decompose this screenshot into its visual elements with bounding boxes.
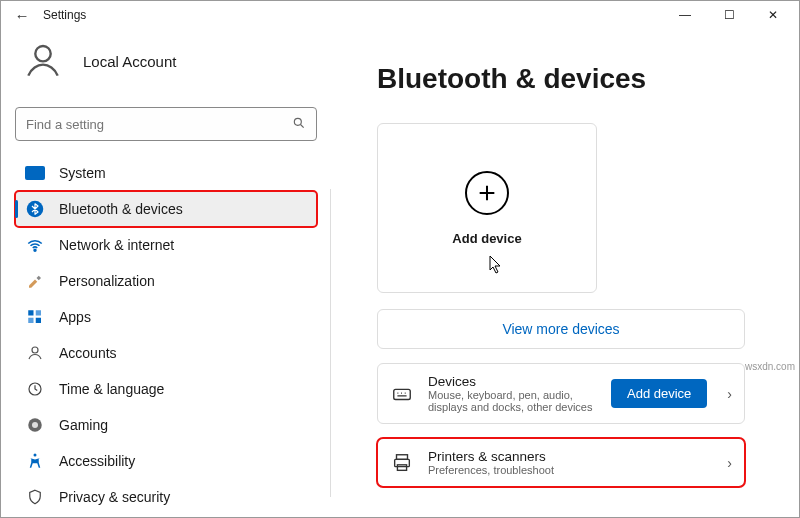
sidebar-item-label: Gaming [59,417,108,433]
clock-globe-icon [25,379,45,399]
sidebar-item-label: Apps [59,309,91,325]
search-icon [292,116,306,133]
svg-point-10 [32,347,38,353]
sidebar-item-privacy-security[interactable]: Privacy & security [15,479,317,515]
printers-scanners-row[interactable]: Printers & scanners Preferences, trouble… [377,438,745,487]
sidebar-item-accessibility[interactable]: Accessibility [15,443,317,479]
svg-line-2 [301,124,304,127]
sidebar-item-label: Accounts [59,345,117,361]
watermark: wsxdn.com [745,361,795,372]
wifi-icon [25,235,45,255]
search-input-wrapper[interactable] [15,107,317,141]
sidebar-item-bluetooth-devices[interactable]: Bluetooth & devices [15,191,317,227]
sidebar-item-label: Bluetooth & devices [59,201,183,217]
svg-rect-18 [397,464,406,470]
svg-point-1 [294,118,301,125]
svg-point-13 [32,422,38,428]
svg-point-14 [34,454,37,457]
page-title: Bluetooth & devices [377,63,769,95]
sidebar-divider [330,189,331,497]
chevron-right-icon: › [721,455,732,471]
sidebar-item-label: Time & language [59,381,164,397]
svg-rect-6 [28,310,33,315]
sidebar-item-network[interactable]: Network & internet [15,227,317,263]
sidebar-item-label: Personalization [59,273,155,289]
svg-rect-8 [28,318,33,323]
accessibility-icon [25,451,45,471]
printer-icon [390,451,414,475]
sidebar-item-apps[interactable]: Apps [15,299,317,335]
svg-point-0 [35,46,50,61]
printers-row-subtitle: Preferences, troubleshoot [428,464,707,476]
sidebar-item-personalization[interactable]: Personalization [15,263,317,299]
window-title: Settings [43,8,86,22]
svg-rect-7 [36,310,41,315]
gaming-icon [25,415,45,435]
sidebar-item-label: Privacy & security [59,489,170,505]
devices-row[interactable]: Devices Mouse, keyboard, pen, audio, dis… [377,363,745,424]
avatar-icon [21,39,65,83]
svg-point-5 [34,249,36,251]
shield-icon [25,487,45,507]
devices-row-title: Devices [428,374,597,389]
sidebar-nav: System Bluetooth & devices Network & int… [15,155,317,515]
back-button[interactable]: ← [13,6,31,24]
add-device-label: Add device [452,231,521,246]
printers-row-title: Printers & scanners [428,449,707,464]
system-icon [25,163,45,183]
user-name-label: Local Account [83,53,176,70]
cursor-icon [488,254,504,278]
sidebar-item-label: Accessibility [59,453,135,469]
accounts-icon [25,343,45,363]
sidebar-item-label: Network & internet [59,237,174,253]
sidebar-item-label: System [59,165,106,181]
maximize-button[interactable]: ☐ [707,3,751,27]
keyboard-icon [390,382,414,406]
view-more-devices-button[interactable]: View more devices [377,309,745,349]
svg-rect-3 [25,166,45,180]
plus-icon [465,171,509,215]
add-device-button[interactable]: Add device [611,379,707,408]
close-button[interactable]: ✕ [751,3,795,27]
search-input[interactable] [26,117,292,132]
minimize-button[interactable]: — [663,3,707,27]
sidebar-item-gaming[interactable]: Gaming [15,407,317,443]
paintbrush-icon [25,271,45,291]
add-device-card[interactable]: Add device [377,123,597,293]
bluetooth-icon [25,199,45,219]
sidebar-item-accounts[interactable]: Accounts [15,335,317,371]
svg-rect-9 [36,318,41,323]
devices-row-subtitle: Mouse, keyboard, pen, audio, displays an… [428,389,597,413]
chevron-right-icon: › [721,386,732,402]
svg-rect-15 [394,389,411,399]
sidebar-item-system[interactable]: System [15,155,317,191]
user-account-row[interactable]: Local Account [15,35,317,107]
apps-icon [25,307,45,327]
sidebar-item-time-language[interactable]: Time & language [15,371,317,407]
